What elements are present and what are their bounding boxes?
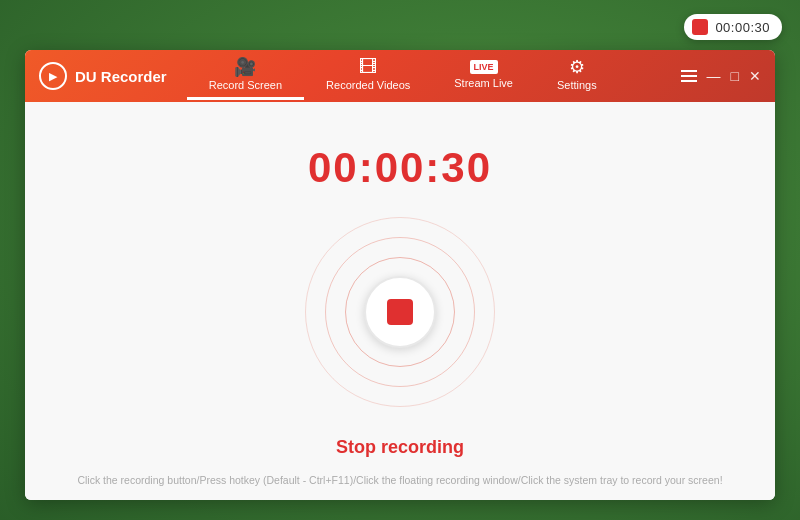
nav-tabs: 🎥 Record Screen 🎞 Recorded Videos LIVE S… <box>187 52 681 100</box>
stream-live-icon: LIVE <box>470 60 498 75</box>
main-content: 00:00:30 Stop recording Click the record… <box>25 102 775 500</box>
window-controls: — □ ✕ <box>681 69 761 83</box>
tab-stream-live-label: Stream Live <box>454 77 513 89</box>
settings-gear-icon: ⚙ <box>569 58 585 76</box>
tab-record-screen-label: Record Screen <box>209 79 282 91</box>
tab-settings[interactable]: ⚙ Settings <box>535 52 619 100</box>
logo-play-icon: ▶ <box>49 70 57 83</box>
minimize-button[interactable]: — <box>707 69 721 83</box>
recorded-videos-icon: 🎞 <box>359 58 377 76</box>
app-logo: ▶ DU Recorder <box>39 62 167 90</box>
hint-text: Click the recording button/Press hotkey … <box>25 474 775 486</box>
tab-stream-live[interactable]: LIVE Stream Live <box>432 54 535 99</box>
stop-button[interactable] <box>364 276 436 348</box>
record-screen-icon: 🎥 <box>234 58 256 76</box>
tab-record-screen[interactable]: 🎥 Record Screen <box>187 52 304 100</box>
recording-dot-icon <box>692 19 708 35</box>
title-bar: ▶ DU Recorder 🎥 Record Screen 🎞 Recorded… <box>25 50 775 102</box>
stop-icon <box>387 299 413 325</box>
recording-timer: 00:00:30 <box>308 144 492 192</box>
floating-timer-pill[interactable]: 00:00:30 <box>684 14 782 40</box>
close-button[interactable]: ✕ <box>749 69 761 83</box>
maximize-button[interactable]: □ <box>731 69 739 83</box>
app-window: ▶ DU Recorder 🎥 Record Screen 🎞 Recorded… <box>25 50 775 500</box>
floating-timer-text: 00:00:30 <box>715 20 770 35</box>
stop-label: Stop recording <box>336 437 464 458</box>
tab-recorded-videos[interactable]: 🎞 Recorded Videos <box>304 52 432 100</box>
circles-container <box>300 212 500 412</box>
tab-settings-label: Settings <box>557 79 597 91</box>
menu-icon[interactable] <box>681 70 697 82</box>
logo-circle-icon: ▶ <box>39 62 67 90</box>
app-title: DU Recorder <box>75 68 167 85</box>
tab-recorded-videos-label: Recorded Videos <box>326 79 410 91</box>
